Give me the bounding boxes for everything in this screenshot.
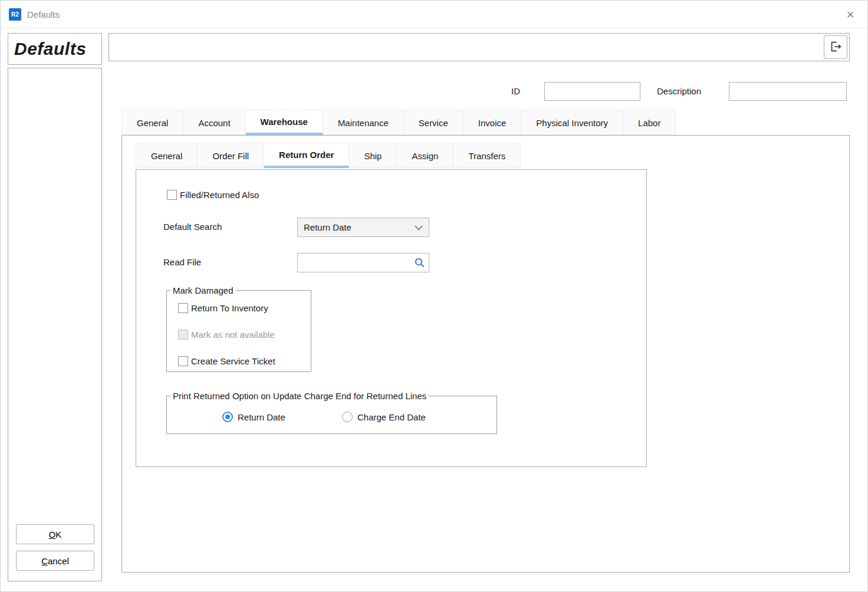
read-file-field bbox=[297, 253, 429, 272]
chevron-down-icon bbox=[415, 222, 423, 232]
tab-warehouse[interactable]: Warehouse bbox=[246, 110, 323, 135]
default-search-label: Default Search bbox=[163, 222, 222, 232]
return-to-inventory-label: Return To Inventory bbox=[191, 303, 268, 313]
return-order-form: Filled/Returned Also Default Search Retu… bbox=[136, 169, 647, 467]
sub-tab-strip: General Order Fill Return Order Ship Ass… bbox=[136, 143, 521, 168]
filled-returned-label: Filled/Returned Also bbox=[180, 190, 259, 200]
default-search-dropdown[interactable]: Return Date bbox=[297, 218, 429, 237]
read-file-input[interactable] bbox=[297, 253, 429, 272]
tab-general[interactable]: General bbox=[121, 110, 183, 135]
tab-service[interactable]: Service bbox=[404, 110, 463, 135]
charge-end-date-radio-label: Charge End Date bbox=[357, 412, 426, 422]
tab-invoice[interactable]: Invoice bbox=[463, 110, 522, 135]
page-title: Defaults bbox=[14, 39, 86, 59]
radio-unselected-icon[interactable] bbox=[342, 412, 353, 422]
app-logo-icon: R2 bbox=[9, 8, 21, 21]
print-returned-legend: Print Returned Option on Update Charge E… bbox=[170, 391, 429, 401]
mark-damaged-legend: Mark Damaged bbox=[170, 285, 236, 295]
description-label: Description bbox=[657, 82, 701, 101]
search-icon[interactable] bbox=[414, 257, 425, 271]
warehouse-tab-panel: General Order Fill Return Order Ship Ass… bbox=[121, 135, 850, 573]
ok-button-label: OK bbox=[17, 529, 94, 540]
id-label: ID bbox=[511, 82, 520, 101]
mark-as-not-available-checkbox: Mark as not available bbox=[178, 330, 275, 340]
exit-button[interactable] bbox=[824, 35, 847, 59]
return-date-radio[interactable]: Return Date bbox=[222, 412, 285, 422]
page-title-box: Defaults bbox=[8, 33, 102, 65]
subtab-return-order[interactable]: Return Order bbox=[264, 143, 349, 168]
checkbox-icon bbox=[178, 330, 188, 340]
defaults-dialog: R2 Defaults ✕ Defaults OK Cancel ID Desc bbox=[0, 0, 868, 592]
checkbox-icon[interactable] bbox=[167, 190, 177, 200]
close-button[interactable]: ✕ bbox=[840, 5, 860, 25]
checkbox-icon[interactable] bbox=[178, 303, 188, 313]
description-input[interactable] bbox=[729, 82, 847, 101]
tab-maintenance[interactable]: Maintenance bbox=[323, 110, 404, 135]
subtab-assign[interactable]: Assign bbox=[397, 143, 453, 168]
subtab-order-fill[interactable]: Order Fill bbox=[198, 143, 264, 168]
default-search-value: Return Date bbox=[304, 222, 351, 232]
mark-as-not-available-label: Mark as not available bbox=[191, 330, 275, 340]
tab-account[interactable]: Account bbox=[183, 110, 245, 135]
ok-button[interactable]: OK bbox=[16, 524, 94, 544]
read-file-label: Read File bbox=[163, 257, 201, 267]
subtab-ship[interactable]: Ship bbox=[349, 143, 397, 168]
print-returned-group: Print Returned Option on Update Charge E… bbox=[166, 391, 497, 434]
cancel-button-label: Cancel bbox=[17, 556, 94, 566]
return-date-radio-label: Return Date bbox=[238, 412, 285, 422]
cancel-button[interactable]: Cancel bbox=[16, 551, 94, 571]
title-bar: R2 Defaults ✕ bbox=[1, 1, 867, 28]
mark-damaged-group: Mark Damaged Return To Inventory Mark as… bbox=[166, 285, 311, 372]
tab-labor[interactable]: Labor bbox=[623, 110, 676, 135]
id-input[interactable] bbox=[544, 82, 640, 101]
charge-end-date-radio[interactable]: Charge End Date bbox=[342, 412, 426, 422]
exit-icon bbox=[829, 40, 842, 55]
main-tab-strip: General Account Warehouse Maintenance Se… bbox=[121, 110, 676, 135]
window-title: Defaults bbox=[27, 1, 60, 28]
return-to-inventory-checkbox[interactable]: Return To Inventory bbox=[178, 303, 268, 313]
create-service-ticket-checkbox[interactable]: Create Service Ticket bbox=[178, 356, 275, 366]
create-service-ticket-label: Create Service Ticket bbox=[191, 356, 275, 366]
toolbar bbox=[108, 33, 850, 61]
radio-selected-icon[interactable] bbox=[222, 412, 233, 422]
subtab-transfers[interactable]: Transfers bbox=[453, 143, 521, 168]
filled-returned-checkbox[interactable]: Filled/Returned Also bbox=[167, 190, 259, 200]
tab-physical-inventory[interactable]: Physical Inventory bbox=[521, 110, 623, 135]
checkbox-icon[interactable] bbox=[178, 356, 188, 366]
left-panel: OK Cancel bbox=[8, 68, 102, 581]
subtab-general[interactable]: General bbox=[136, 143, 198, 168]
